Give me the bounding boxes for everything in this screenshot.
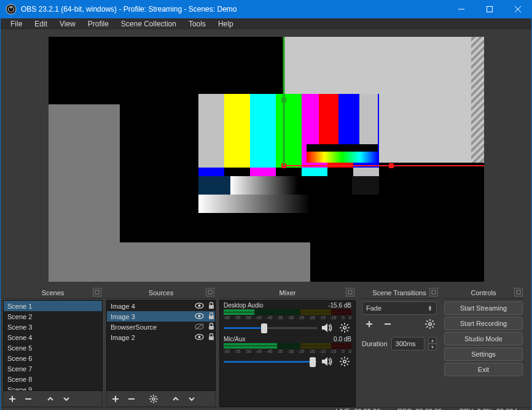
move-source-up-button[interactable] bbox=[168, 392, 183, 406]
add-source-button[interactable] bbox=[108, 392, 123, 406]
scene-item[interactable]: Scene 9 bbox=[4, 384, 102, 391]
channel-settings-button[interactable] bbox=[338, 355, 351, 368]
sources-toolbar bbox=[106, 391, 216, 407]
source-item[interactable]: BrowserSource bbox=[107, 322, 215, 332]
menu-profile[interactable]: Profile bbox=[83, 18, 114, 29]
svg-rect-7 bbox=[49, 104, 120, 242]
remove-transition-button[interactable] bbox=[380, 317, 395, 331]
channel-settings-button[interactable] bbox=[338, 321, 351, 335]
svg-rect-23 bbox=[302, 168, 327, 176]
volume-slider[interactable] bbox=[224, 327, 317, 329]
scenes-dock: Scenes Scene 1Scene 2Scene 3Scene 4Scene… bbox=[3, 287, 103, 407]
move-scene-down-button[interactable] bbox=[59, 392, 74, 406]
svg-line-87 bbox=[347, 330, 348, 331]
menu-help[interactable]: Help bbox=[213, 18, 238, 29]
svg-marker-80 bbox=[322, 323, 327, 332]
scene-item[interactable]: Scene 4 bbox=[4, 332, 102, 342]
transitions-dock: Scene Transitions Fade ▲▼ Duration 300ms bbox=[359, 287, 439, 407]
undock-icon[interactable] bbox=[93, 288, 101, 296]
minimize-button[interactable] bbox=[447, 0, 475, 18]
svg-rect-22 bbox=[276, 168, 302, 176]
titlebar: OBS 23.2.1 (64-bit, windows) - Profile: … bbox=[0, 0, 532, 18]
close-button[interactable] bbox=[504, 0, 532, 18]
move-scene-up-button[interactable] bbox=[43, 392, 58, 406]
exit-button[interactable]: Exit bbox=[444, 363, 523, 376]
visibility-toggle[interactable] bbox=[194, 333, 204, 342]
visibility-toggle[interactable] bbox=[194, 302, 204, 311]
lock-toggle[interactable] bbox=[206, 312, 215, 321]
preview-canvas[interactable] bbox=[49, 37, 484, 282]
speaker-icon[interactable] bbox=[321, 355, 334, 368]
scene-item[interactable]: Scene 2 bbox=[4, 311, 102, 322]
maximize-button[interactable] bbox=[475, 0, 504, 18]
undock-icon[interactable] bbox=[429, 288, 438, 296]
source-item[interactable]: Image 3 bbox=[107, 311, 215, 322]
mixer-channel-db: 0.0 dB bbox=[334, 336, 351, 342]
sources-dock: Sources Image 4Image 3BrowserSourceImage… bbox=[106, 287, 216, 407]
svg-line-75 bbox=[151, 396, 152, 397]
menu-tools[interactable]: Tools bbox=[184, 18, 211, 29]
source-label: Image 2 bbox=[111, 334, 135, 341]
duration-value: 300ms bbox=[396, 340, 423, 347]
svg-line-109 bbox=[426, 320, 428, 322]
preview-area[interactable] bbox=[1, 29, 531, 287]
sources-list[interactable]: Image 4Image 3BrowserSourceImage 2 bbox=[106, 300, 216, 391]
menu-view[interactable]: View bbox=[55, 18, 80, 29]
svg-rect-11 bbox=[471, 37, 484, 163]
volume-slider[interactable] bbox=[224, 361, 317, 363]
scene-item[interactable]: Scene 8 bbox=[4, 374, 102, 384]
scene-item[interactable]: Scene 6 bbox=[4, 353, 102, 363]
undock-icon[interactable] bbox=[206, 288, 214, 296]
duration-down-button[interactable]: ▼ bbox=[428, 344, 437, 350]
mixer-channel-db: -15.6 dB bbox=[328, 302, 351, 309]
scene-item[interactable]: Scene 5 bbox=[4, 342, 102, 353]
source-label: BrowserSource bbox=[111, 323, 157, 331]
duration-input[interactable]: 300ms bbox=[391, 337, 424, 350]
mixer-dock: Mixer Desktop Audio-15.6 dB -60-55-50-45… bbox=[219, 287, 356, 407]
start-recording-button[interactable]: Start Recording bbox=[444, 317, 523, 330]
svg-rect-25 bbox=[353, 168, 379, 176]
statusbar: LIVE: 00:00:00 REC: 00:00:00 CPU: 0.8%, … bbox=[1, 407, 531, 410]
add-scene-button[interactable] bbox=[5, 392, 20, 406]
svg-rect-27 bbox=[230, 176, 298, 195]
audio-meter bbox=[224, 346, 351, 349]
menu-file[interactable]: File bbox=[6, 18, 27, 29]
scene-item[interactable]: Scene 1 bbox=[4, 301, 102, 311]
undock-icon[interactable] bbox=[346, 288, 354, 296]
lock-toggle[interactable] bbox=[206, 333, 215, 342]
svg-line-96 bbox=[341, 358, 342, 359]
svg-rect-14 bbox=[250, 94, 276, 168]
svg-point-56 bbox=[198, 304, 201, 307]
settings-button[interactable]: Settings bbox=[444, 347, 523, 361]
source-item[interactable]: Image 4 bbox=[107, 301, 215, 311]
visibility-toggle[interactable] bbox=[194, 312, 204, 321]
svg-line-97 bbox=[347, 364, 348, 365]
scene-item[interactable]: Scene 7 bbox=[4, 363, 102, 374]
svg-line-98 bbox=[347, 358, 348, 359]
svg-rect-54 bbox=[208, 290, 212, 294]
studio-mode-button[interactable]: Studio Mode bbox=[444, 332, 523, 346]
source-properties-button[interactable] bbox=[146, 392, 161, 406]
duration-up-button[interactable]: ▲ bbox=[428, 337, 437, 344]
move-source-down-button[interactable] bbox=[184, 392, 199, 406]
scenes-list[interactable]: Scene 1Scene 2Scene 3Scene 4Scene 5Scene… bbox=[3, 300, 103, 391]
undock-icon[interactable] bbox=[514, 288, 523, 296]
speaker-icon[interactable] bbox=[321, 321, 334, 335]
add-transition-button[interactable] bbox=[362, 317, 377, 331]
start-streaming-button[interactable]: Start Streaming bbox=[444, 301, 523, 315]
menu-edit[interactable]: Edit bbox=[29, 18, 52, 29]
svg-rect-100 bbox=[432, 290, 436, 294]
remove-source-button[interactable] bbox=[124, 392, 139, 406]
status-rec: REC: 00:00:00 bbox=[397, 408, 442, 410]
remove-scene-button[interactable] bbox=[21, 392, 36, 406]
lock-toggle[interactable] bbox=[206, 301, 215, 311]
menu-scene-collection[interactable]: Scene Collection bbox=[116, 18, 181, 29]
mixer-channel-name: Mic/Aux bbox=[224, 336, 246, 342]
transition-select[interactable]: Fade ▲▼ bbox=[362, 301, 437, 315]
lock-toggle[interactable] bbox=[206, 322, 215, 331]
transition-properties-button[interactable] bbox=[423, 317, 437, 331]
visibility-toggle[interactable] bbox=[194, 323, 204, 331]
source-item[interactable]: Image 2 bbox=[107, 332, 215, 342]
scene-item[interactable]: Scene 3 bbox=[4, 322, 102, 332]
svg-point-59 bbox=[198, 315, 201, 317]
